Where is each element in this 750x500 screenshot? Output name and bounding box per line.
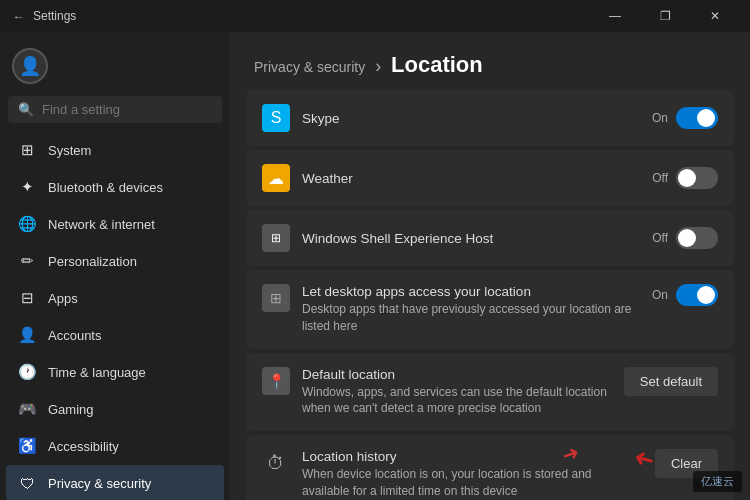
toggle-desktop-apps[interactable] xyxy=(676,284,718,306)
default-location-icon: 📍 xyxy=(262,367,290,395)
sidebar-item-system[interactable]: ⊞ System xyxy=(6,132,224,168)
setting-desc-location-history: When device location is on, your locatio… xyxy=(302,466,631,500)
sidebar-label-personalization: Personalization xyxy=(48,254,137,269)
setting-row-shell: ⊞ Windows Shell Experience Host Off xyxy=(246,210,734,266)
sidebar-label-bluetooth: Bluetooth & devices xyxy=(48,180,163,195)
weather-icon: ☁ xyxy=(262,164,290,192)
sidebar-item-privacy[interactable]: 🛡 Privacy & security xyxy=(6,465,224,500)
sidebar-item-network[interactable]: 🌐 Network & internet xyxy=(6,206,224,242)
toggle-shell[interactable] xyxy=(676,227,718,249)
toggle-label-shell: Off xyxy=(652,231,668,245)
toggle-label-desktop-apps: On xyxy=(652,288,668,302)
bluetooth-icon: ✦ xyxy=(18,178,36,196)
desktop-apps-icon: ⊞ xyxy=(262,284,290,312)
setting-name-desktop-apps: Let desktop apps access your location xyxy=(302,284,636,299)
toggle-weather[interactable] xyxy=(676,167,718,189)
setting-name-shell: Windows Shell Experience Host xyxy=(302,231,636,246)
avatar: 👤 xyxy=(12,48,48,84)
setting-info-default-location: Default location Windows, apps, and serv… xyxy=(302,367,608,418)
sidebar-label-accounts: Accounts xyxy=(48,328,101,343)
network-icon: 🌐 xyxy=(18,215,36,233)
privacy-icon: 🛡 xyxy=(18,474,36,492)
sidebar-label-system: System xyxy=(48,143,91,158)
page-header: Privacy & security › Location xyxy=(230,32,750,90)
setting-row-default-location: 📍 Default location Windows, apps, and se… xyxy=(246,353,734,432)
page-title: Location xyxy=(391,52,483,77)
setting-row-desktop-apps: ⊞ Let desktop apps access your location … xyxy=(246,270,734,349)
setting-control-skype: On xyxy=(652,107,718,129)
time-icon: 🕐 xyxy=(18,363,36,381)
setting-control-default-location: Set default xyxy=(624,367,718,396)
sidebar-item-time[interactable]: 🕐 Time & language xyxy=(6,354,224,390)
accessibility-icon: ♿ xyxy=(18,437,36,455)
setting-desc-default-location: Windows, apps, and services can use the … xyxy=(302,384,608,418)
toggle-knob-weather xyxy=(678,169,696,187)
app-body: 👤 🔍 ⊞ System ✦ Bluetooth & devices 🌐 Net… xyxy=(0,32,750,500)
settings-list: S Skype On ☁ Weather Off xyxy=(230,90,750,500)
titlebar: ← Settings — ❐ ✕ xyxy=(0,0,750,32)
toggle-label-weather: Off xyxy=(652,171,668,185)
accounts-icon: 👤 xyxy=(18,326,36,344)
nav-list: ⊞ System ✦ Bluetooth & devices 🌐 Network… xyxy=(0,131,230,500)
action-button-default-location[interactable]: Set default xyxy=(624,367,718,396)
setting-control-weather: Off xyxy=(652,167,718,189)
user-section: 👤 xyxy=(0,32,230,96)
sidebar-label-network: Network & internet xyxy=(48,217,155,232)
sidebar-item-bluetooth[interactable]: ✦ Bluetooth & devices xyxy=(6,169,224,205)
app-title: Settings xyxy=(33,9,76,23)
breadcrumb-sep: › xyxy=(375,56,381,76)
sidebar-label-privacy: Privacy & security xyxy=(48,476,151,491)
toggle-knob-shell xyxy=(678,229,696,247)
shell-icon: ⊞ xyxy=(262,224,290,252)
breadcrumb: Privacy & security › Location xyxy=(254,52,726,78)
sidebar-item-gaming[interactable]: 🎮 Gaming xyxy=(6,391,224,427)
personalization-icon: ✏ xyxy=(18,252,36,270)
setting-control-desktop-apps: On xyxy=(652,284,718,306)
apps-icon: ⊟ xyxy=(18,289,36,307)
setting-row-weather: ☁ Weather Off xyxy=(246,150,734,206)
watermark: 亿速云 xyxy=(693,471,742,492)
setting-row-location-history: ⏱ Location history When device location … xyxy=(246,435,734,500)
sidebar-label-accessibility: Accessibility xyxy=(48,439,119,454)
setting-info-desktop-apps: Let desktop apps access your location De… xyxy=(302,284,636,335)
setting-info-shell: Windows Shell Experience Host xyxy=(302,231,636,246)
system-icon: ⊞ xyxy=(18,141,36,159)
sidebar-item-accessibility[interactable]: ♿ Accessibility xyxy=(6,428,224,464)
sidebar: 👤 🔍 ⊞ System ✦ Bluetooth & devices 🌐 Net… xyxy=(0,32,230,500)
toggle-knob-desktop-apps xyxy=(697,286,715,304)
minimize-button[interactable]: — xyxy=(592,0,638,32)
sidebar-item-accounts[interactable]: 👤 Accounts xyxy=(6,317,224,353)
toggle-skype[interactable] xyxy=(676,107,718,129)
toggle-knob-skype xyxy=(697,109,715,127)
search-box[interactable]: 🔍 xyxy=(8,96,222,123)
sidebar-item-apps[interactable]: ⊟ Apps xyxy=(6,280,224,316)
gaming-icon: 🎮 xyxy=(18,400,36,418)
breadcrumb-parent: Privacy & security xyxy=(254,59,365,75)
setting-name-weather: Weather xyxy=(302,171,636,186)
search-icon: 🔍 xyxy=(18,102,34,117)
sidebar-label-apps: Apps xyxy=(48,291,78,306)
close-button[interactable]: ✕ xyxy=(692,0,738,32)
setting-name-default-location: Default location xyxy=(302,367,608,382)
setting-row-skype: S Skype On xyxy=(246,90,734,146)
sidebar-label-gaming: Gaming xyxy=(48,402,94,417)
toggle-label-skype: On xyxy=(652,111,668,125)
maximize-button[interactable]: ❐ xyxy=(642,0,688,32)
setting-info-weather: Weather xyxy=(302,171,636,186)
setting-info-location-history: Location history When device location is… xyxy=(302,449,631,500)
back-button[interactable]: ← xyxy=(12,9,25,24)
location-history-icon: ⏱ xyxy=(262,449,290,477)
setting-desc-desktop-apps: Desktop apps that have previously access… xyxy=(302,301,636,335)
setting-name-skype: Skype xyxy=(302,111,636,126)
setting-control-shell: Off xyxy=(652,227,718,249)
search-input[interactable] xyxy=(42,102,212,117)
setting-info-skype: Skype xyxy=(302,111,636,126)
skype-icon: S xyxy=(262,104,290,132)
content-area: Privacy & security › Location S Skype On… xyxy=(230,32,750,500)
window-controls: — ❐ ✕ xyxy=(592,0,738,32)
sidebar-label-time: Time & language xyxy=(48,365,146,380)
sidebar-item-personalization[interactable]: ✏ Personalization xyxy=(6,243,224,279)
